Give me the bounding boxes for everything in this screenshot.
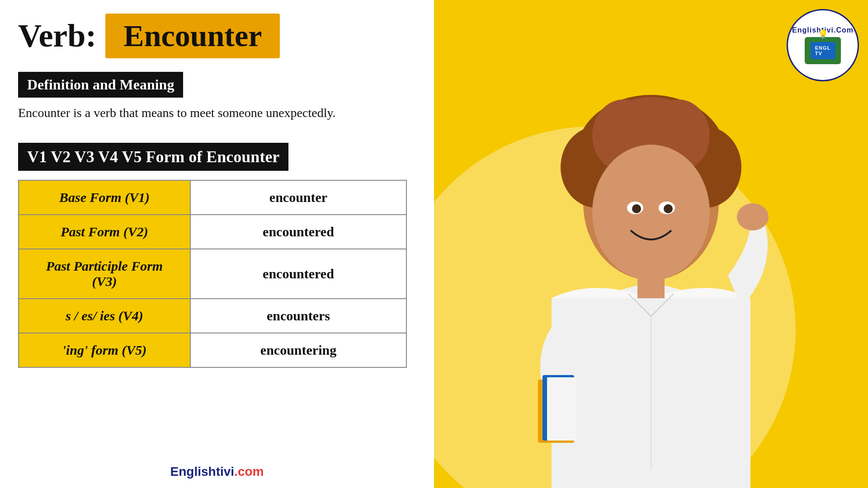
forms-header-text: V1 V2 V3 V4 V5 Form of Encounter xyxy=(27,148,279,166)
person-illustration xyxy=(493,54,809,488)
table-value-cell: encountered xyxy=(190,249,406,299)
logo-tv-screen: ENGLTV xyxy=(811,42,835,59)
table-row: Past Form (V2)encountered xyxy=(19,215,406,249)
footer-red-text: .com xyxy=(234,465,264,479)
svg-point-18 xyxy=(737,203,769,230)
logo-circle: Englishtivi.Com ENGLTV 💡 xyxy=(787,9,859,81)
logo-tv: ENGLTV xyxy=(805,37,841,64)
svg-point-11 xyxy=(632,204,641,213)
word-badge: Encounter xyxy=(105,14,280,58)
footer-blue-text: Englishtivi xyxy=(170,465,235,479)
table-value-cell: encounter xyxy=(190,180,406,215)
svg-point-8 xyxy=(592,145,710,280)
table-row: Past Participle Form (V3)encountered xyxy=(19,249,406,299)
forms-header-box: V1 V2 V3 V4 V5 Form of Encounter xyxy=(18,143,288,171)
table-row: 'ing' form (V5)encountering xyxy=(19,333,406,367)
svg-point-12 xyxy=(664,204,673,213)
table-label-cell: Past Form (V2) xyxy=(19,215,190,249)
svg-rect-17 xyxy=(547,377,576,441)
table-value-cell: encountered xyxy=(190,215,406,249)
table-label-cell: Past Participle Form (V3) xyxy=(19,249,190,299)
table-value-cell: encountering xyxy=(190,333,406,367)
title-row: Verb: Encounter xyxy=(18,14,416,58)
person-svg xyxy=(497,63,805,488)
table-row: Base Form (V1)encounter xyxy=(19,180,406,215)
table-value-cell: encounters xyxy=(190,299,406,333)
verb-forms-table: Base Form (V1)encounterPast Form (V2)enc… xyxy=(18,180,407,368)
definition-header-text: Definition and Meaning xyxy=(27,76,174,93)
bulb-icon: 💡 xyxy=(817,29,829,40)
table-label-cell: 'ing' form (V5) xyxy=(19,333,190,367)
verb-label: Verb: xyxy=(18,17,96,55)
left-panel: Verb: Encounter Definition and Meaning E… xyxy=(0,0,434,488)
word-badge-text: Encounter xyxy=(123,19,262,53)
svg-rect-13 xyxy=(637,271,665,298)
table-label-cell: Base Form (V1) xyxy=(19,180,190,215)
table-row: s / es/ ies (V4)encounters xyxy=(19,299,406,333)
definition-header-box: Definition and Meaning xyxy=(18,72,183,98)
table-label-cell: s / es/ ies (V4) xyxy=(19,299,190,333)
logo-tv-inner-text: ENGLTV xyxy=(815,45,831,56)
definition-text: Encounter is a verb that means to meet s… xyxy=(18,106,416,120)
footer: Englishtivi.com xyxy=(170,465,264,479)
